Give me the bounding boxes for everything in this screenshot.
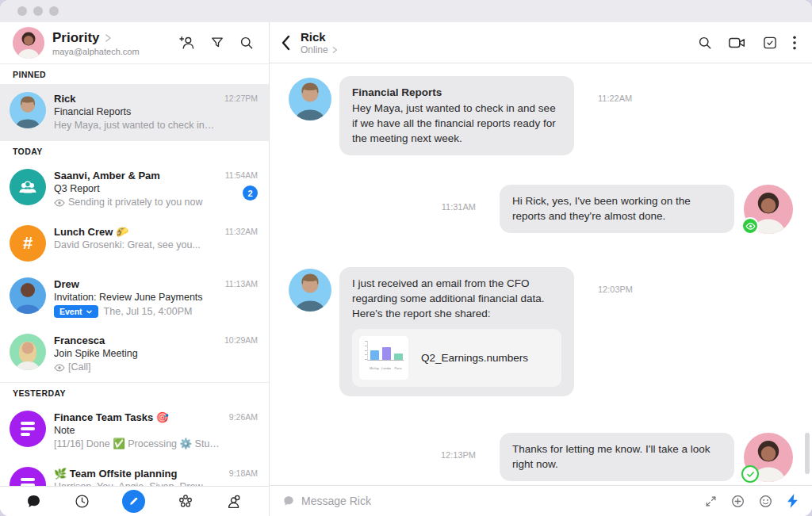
seen-eye-icon: [54, 364, 65, 372]
conv-name: Saanvi, Amber & Pam: [54, 169, 217, 182]
more-menu-button[interactable]: [793, 36, 796, 50]
priority-menu[interactable]: Priority: [52, 30, 170, 46]
section-today: TODAY: [0, 140, 269, 161]
expand-composer-button[interactable]: [704, 495, 718, 508]
window-zoom-button[interactable]: [49, 6, 59, 16]
seen-eye-icon: [745, 223, 756, 230]
conv-preview: Hey Maya, just wanted to check in a...: [54, 119, 216, 132]
message-time: 12:13PM: [441, 450, 476, 460]
search-icon: [697, 35, 713, 51]
add-attachment-button[interactable]: [730, 494, 745, 509]
conversation-finance-team-tasks[interactable]: Finance Team Tasks 🎯 Note [11/16] Done ✅…: [0, 403, 269, 459]
tasks-button[interactable]: [762, 35, 778, 51]
pencil-icon: [128, 496, 139, 506]
contacts-icon: [226, 493, 243, 510]
filter-button[interactable]: [209, 35, 225, 51]
video-call-button[interactable]: [728, 35, 747, 51]
magic-actions-button[interactable]: [786, 493, 799, 509]
sidebar-search-button[interactable]: [239, 35, 255, 51]
search-icon: [239, 35, 255, 51]
conv-time: 9:26AM: [229, 411, 258, 423]
message-bubble[interactable]: I just received an email from the CFO re…: [339, 267, 574, 396]
conv-name: Rick: [54, 92, 216, 105]
attachment-card[interactable]: MichiganLondonParis Q2_Earnings.numbers: [352, 329, 561, 387]
tab-compose[interactable]: [122, 490, 145, 513]
event-dropdown-button[interactable]: Event: [54, 305, 98, 318]
conversation-francesca[interactable]: Francesca Join Spike Meeting [Call] 10:2…: [0, 326, 269, 382]
person-add-icon: [178, 34, 196, 52]
note-avatar: [10, 467, 46, 486]
message-bubble[interactable]: Financial Reports Hey Maya, just wanted …: [339, 76, 574, 155]
conversation-saanvi-amber-pam[interactable]: Saanvi, Amber & Pam Q3 Report Sending it…: [0, 161, 269, 217]
conversation-lunch-crew[interactable]: # Lunch Crew 🌮 David Grosenki: Great, se…: [0, 217, 269, 269]
online-status: Online: [301, 44, 328, 55]
hashtag-icon: #: [23, 233, 33, 254]
conversation-drew[interactable]: Drew Invitation: Review June Payments Ev…: [0, 269, 269, 326]
message-input[interactable]: [301, 495, 698, 507]
conv-subject: Join Spike Meeting: [54, 347, 216, 361]
avatar-rick: [289, 78, 331, 120]
chevron-right-icon: [103, 33, 113, 43]
message-time: 11:22AM: [598, 94, 632, 103]
tab-chats[interactable]: [25, 493, 42, 510]
user-email: maya@alphatech.com: [52, 47, 170, 56]
window-titlebar: [0, 0, 812, 22]
message-time: 12:03PM: [598, 285, 633, 294]
chat-bubble-icon: [25, 493, 42, 510]
clock-icon: [74, 493, 90, 510]
conv-time: 12:27PM: [224, 92, 258, 105]
sidebar-tabbar: [0, 486, 269, 516]
back-button[interactable]: [281, 35, 291, 51]
chat-search-button[interactable]: [697, 35, 713, 51]
chevron-right-icon: [331, 46, 339, 54]
video-camera-icon: [728, 35, 747, 51]
tab-history[interactable]: [74, 493, 90, 510]
emoji-button[interactable]: [758, 494, 773, 509]
note-lines-icon: [21, 422, 35, 436]
message-text: Thanks for letting me know. I'll take a …: [512, 441, 722, 472]
message-subject: Financial Reports: [352, 85, 561, 100]
smiley-icon: [758, 494, 773, 509]
chat-status[interactable]: Online: [301, 44, 688, 55]
message-text: Hey Maya, just wanted to check in and se…: [352, 101, 561, 146]
section-yesterday: YESTERDAY: [0, 382, 269, 403]
attachment-filename: Q2_Earnings.numbers: [421, 350, 528, 365]
tab-groups[interactable]: [177, 493, 194, 510]
conv-time: 10:29AM: [224, 334, 258, 346]
conversation-rick[interactable]: Rick Financial Reports Hey Maya, just wa…: [0, 84, 269, 140]
tab-contacts[interactable]: [226, 493, 243, 510]
chevron-down-icon: [86, 308, 93, 315]
conv-preview: Sending it privately to you now: [68, 196, 203, 209]
message-outgoing: 12:13PM Thanks for letting me know. I'll…: [289, 433, 793, 482]
conv-preview: David Grosenki: Great, see you...: [54, 239, 201, 252]
scrollbar-thumb[interactable]: [805, 433, 810, 474]
groups-icon: [177, 493, 194, 510]
chevron-left-icon: [281, 35, 291, 51]
message-outgoing: 11:31AM Hi Rick, yes, I've been working …: [289, 185, 793, 234]
conv-name: 🌿 Team Offsite planning: [54, 467, 221, 480]
mini-bar-chart: MichiganLondonParis: [359, 336, 408, 380]
conv-name: Drew: [54, 277, 217, 291]
message-incoming: I just received an email from the CFO re…: [289, 267, 793, 396]
add-contact-button[interactable]: [178, 34, 196, 52]
channel-avatar: #: [10, 225, 46, 262]
section-pinned: PINNED: [0, 63, 269, 84]
conversation-team-offsite[interactable]: 🌿 Team Offsite planning Harrison, You, A…: [0, 459, 269, 486]
avatar-rick: [289, 269, 331, 312]
chat-header: Rick Online: [270, 22, 812, 63]
avatar-maya[interactable]: [13, 27, 44, 59]
avatar-francesca: [10, 334, 46, 370]
conv-subject: Q3 Report: [54, 182, 217, 196]
conv-preview: [11/16] Done ✅ Processing ⚙️ Stuck ❌: [54, 438, 221, 451]
window-close-button[interactable]: [17, 6, 27, 16]
conv-subject: Financial Reports: [54, 105, 216, 119]
expand-icon: [704, 495, 718, 508]
people-group-icon: [17, 176, 39, 198]
chart-ticks: [365, 341, 367, 360]
seen-eye-icon: [54, 199, 65, 207]
conv-subject: Note: [54, 424, 221, 438]
message-bubble[interactable]: Thanks for letting me know. I'll take a …: [500, 433, 734, 481]
window-minimize-button[interactable]: [33, 6, 43, 16]
app-window: Priority maya@alphatech.com: [0, 0, 812, 516]
message-bubble[interactable]: Hi Rick, yes, I've been working on the r…: [500, 185, 734, 233]
